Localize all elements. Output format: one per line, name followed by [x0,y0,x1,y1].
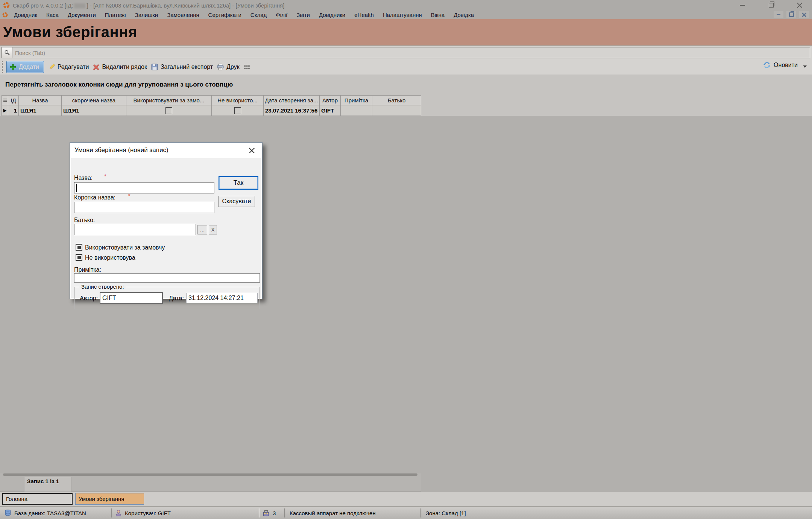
column-header-note[interactable]: Примітка [341,96,372,105]
cell-name: Ш1Я1 [19,105,62,116]
add-button[interactable]: Додати [6,61,44,73]
created-groupbox: Запис створено: Автор: Дата: [74,287,260,309]
print-button[interactable]: Друк [217,64,240,70]
short-name-label: Коротка назва: [74,194,115,201]
column-header-not-used[interactable]: Не використо... [212,96,264,105]
title-bar: Скарб pro v. 4.0.0.2 [ІД:] - [Апт №003 с… [0,0,812,11]
parent-input[interactable] [74,224,196,235]
checkbox-use-default-label[interactable]: Використовувати за замовчу [85,244,165,251]
cell-id: 1 [8,105,19,116]
grid-grip-icon [3,99,7,102]
menu-dokumenty[interactable]: Документи [63,12,100,18]
horizontal-scrollbar[interactable] [3,473,417,476]
restore-icon [789,12,794,17]
minimize-icon [777,14,780,15]
column-header-shortname[interactable]: скорочена назва [62,96,126,105]
tab-umovy-zberihannia[interactable]: Умови зберігання [75,493,144,505]
search-button[interactable] [2,47,12,58]
search-input[interactable] [12,49,810,56]
menu-ehealth[interactable]: eHealth [350,12,378,18]
menu-vikna[interactable]: Вікна [426,12,449,18]
mdi-close-button[interactable] [799,11,809,18]
parent-browse-button[interactable]: … [197,225,207,234]
menu-kasa[interactable]: Каса [42,12,63,18]
menu-dovidka[interactable]: Довідка [449,12,478,18]
menu-zamovlennia[interactable]: Замовлення [162,12,203,18]
column-header-use-default[interactable]: Використовувати за замо... [126,96,212,105]
delete-row-button[interactable]: Видалити рядок [93,64,147,70]
column-header-author[interactable]: Автор [320,96,341,105]
status-bar: База даних: TASA3@TITAN Користувач: GIFT… [0,506,812,519]
checkbox-not-used-indeterminate[interactable] [76,254,82,261]
floppy-icon [151,64,158,70]
refresh-button[interactable]: Оновити [763,61,807,69]
toolbar: Додати Редагувати Видалити рядок Загальн… [0,59,812,75]
dialog-close-button[interactable] [247,146,256,155]
note-input[interactable] [74,273,260,283]
dialog-body: Назва: * Так Коротка назва: * Скасувати … [71,158,261,298]
zone-status: Зона: Склад [1] [426,510,466,516]
user-status: Користувач: GIFT [125,510,171,516]
mdi-restore-button[interactable] [786,11,796,18]
add-button-label: Додати [19,64,39,70]
edit-button-label: Редагувати [58,64,89,70]
short-name-input[interactable] [74,202,214,213]
table-row[interactable]: ▶ 1 Ш1Я1 Ш1Я1 23.07.2021 16:37:56 GIFT [2,105,421,116]
author-input[interactable] [100,292,163,304]
close-icon [797,2,803,8]
name-input[interactable] [74,182,214,193]
menu-sklad[interactable]: Склад [246,12,271,18]
column-header-name[interactable]: Назва [19,96,62,105]
grid-corner-cell[interactable] [2,96,8,105]
checkbox-not-used-label[interactable]: Не використовува [85,254,135,261]
menu-nalashtuvannia[interactable]: Налаштування [378,12,426,18]
statusbar-separator [420,508,421,517]
tab-holovna[interactable]: Головна [2,493,73,505]
menu-bar: Довідник Каса Документи Платежі Залишки … [0,11,812,19]
column-chooser-button[interactable] [244,64,250,70]
cell-use-default [126,105,212,116]
cell-shortname: Ш1Я1 [62,105,126,116]
cell-created: 23.07.2021 16:37:56 [264,105,320,116]
menu-dovidnyky[interactable]: Довідники [314,12,350,18]
close-button[interactable] [794,0,805,10]
menu-zvity[interactable]: Звіти [292,12,314,18]
menu-dovidnyk[interactable]: Довідник [9,12,42,18]
menu-filii[interactable]: Філії [271,12,292,18]
restore-icon [769,3,774,8]
refresh-dropdown-icon[interactable] [803,65,807,68]
author-label: Автор: [80,295,98,302]
close-icon [249,147,255,154]
checkbox-use-default-indeterminate[interactable] [76,244,82,251]
toolbar-grip[interactable] [2,61,3,73]
menu-sertyfikaty[interactable]: Сертифікати [204,12,246,18]
group-by-hint: Перетягніть заголовок колонки сюди для у… [5,81,233,88]
ok-button[interactable]: Так [219,176,258,190]
menu-zalyshky[interactable]: Залишки [131,12,163,18]
text-caret [76,184,77,192]
date-input[interactable] [186,293,258,303]
export-button-label: Загальний експорт [161,64,213,70]
new-record-dialog: Умови зберігання (новий запис) Назва: * … [70,142,263,299]
minimize-button[interactable] [737,0,748,10]
database-icon [5,510,11,516]
checkbox-use-default-unchecked[interactable] [165,107,172,114]
device-count: 3 [273,510,276,516]
user-icon [115,510,122,516]
search-icon [4,50,10,56]
edit-button[interactable]: Редагувати [48,64,89,70]
cell-parent [372,105,421,116]
column-header-parent[interactable]: Батько [372,96,421,105]
column-header-id[interactable]: ІД [8,96,19,105]
app-logo-icon-small [2,12,8,18]
pencil-icon [48,64,55,70]
menu-platezhi[interactable]: Платежі [100,12,131,18]
cancel-button[interactable]: Скасувати [218,196,255,207]
export-button[interactable]: Загальний експорт [151,64,213,70]
column-header-created[interactable]: Дата створення за... [264,96,320,105]
mdi-minimize-button[interactable] [774,11,783,18]
cell-note [341,105,372,116]
restore-button[interactable] [765,0,777,10]
checkbox-not-used-unchecked[interactable] [234,107,241,114]
parent-clear-button[interactable]: X [209,225,217,234]
